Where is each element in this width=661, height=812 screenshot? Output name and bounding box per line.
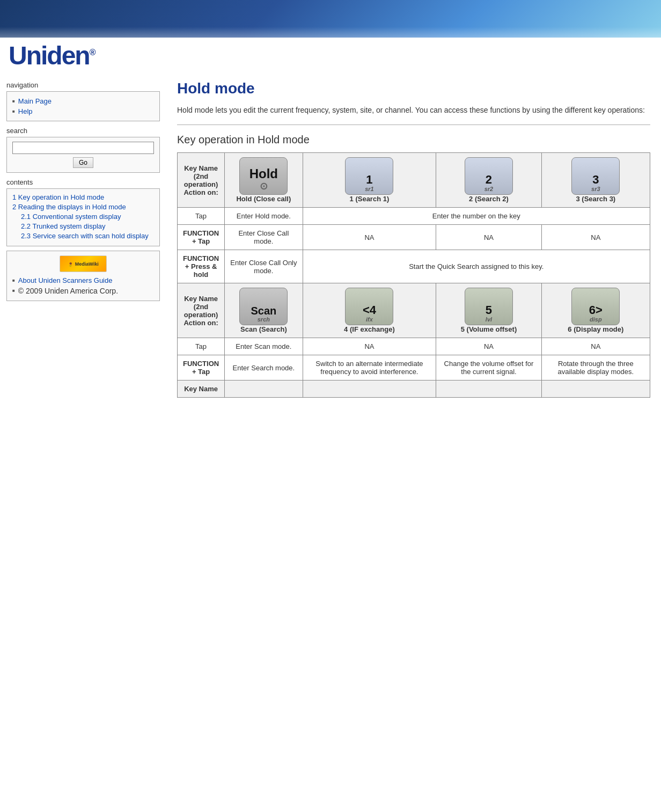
key3-main: 3 — [592, 174, 599, 186]
key-operations-table: Key Name(2ndoperation)Action on: Hold ⊙ … — [177, 152, 650, 398]
last-row-col4 — [541, 381, 650, 398]
search-label: search — [6, 127, 160, 135]
col-header-key-name-2: Key Name(2ndoperation)Action on: — [178, 283, 225, 338]
tap-label-2: Tap — [178, 338, 225, 355]
key2-sub: sr2 — [484, 186, 494, 192]
scan-key-button: Scan srch — [239, 288, 288, 325]
tap-5-action: NA — [436, 338, 541, 355]
contents-link-2[interactable]: 2 Reading the displays in Hold mode — [12, 203, 126, 211]
key5-main: 5 — [486, 304, 492, 316]
fn-hold-hold-action: Enter Close Call Only mode. — [225, 250, 303, 283]
about-link[interactable]: About Uniden Scanners Guide — [18, 276, 113, 284]
logo: Uniden® — [9, 43, 652, 69]
col-header-key-name: Key Name(2ndoperation)Action on: — [178, 153, 225, 208]
last-row-col3 — [436, 381, 541, 398]
scan-key-main: Scan — [251, 305, 276, 316]
key3-action-label: 3 (Search 3) — [576, 195, 615, 203]
key4-button: <4 ifx — [345, 288, 393, 325]
contents-link-2-1[interactable]: 2.1 Conventional system display — [21, 213, 121, 221]
key5-button: 5 lvl — [465, 288, 513, 325]
navigation-label: navigation — [6, 81, 160, 89]
hold-key-main: Hold — [249, 167, 278, 180]
logo-area: Uniden® — [0, 38, 661, 71]
tap-6-action: NA — [541, 338, 650, 355]
contents-link-2-2[interactable]: 2.2 Trunked system display — [21, 222, 106, 230]
mediawiki-logo-img: 🌻 MediaWiki — [60, 255, 107, 272]
fn-tap-hold-action: Enter Close Call mode. — [225, 225, 303, 250]
key1-button: 1 sr1 — [345, 157, 393, 195]
main-page-link[interactable]: Main Page — [18, 97, 52, 105]
fn-tap-scan-action: Enter Search mode. — [225, 355, 303, 381]
page-title: Hold mode — [177, 80, 650, 97]
search-box: Go — [6, 137, 160, 173]
intro-text: Hold mode lets you edit the current freq… — [177, 105, 650, 116]
contents-link-1[interactable]: 1 Key operation in Hold mode — [12, 193, 104, 201]
key6-button: 6> disp — [571, 288, 620, 325]
footer-nav-item-1[interactable]: About Uniden Scanners Guide — [12, 275, 154, 286]
key6-sub: disp — [590, 316, 602, 323]
contents-item-1[interactable]: 1 Key operation in Hold mode — [12, 193, 154, 201]
scan-action-label: Scan (Search) — [240, 325, 287, 333]
key2-action-label: 2 (Search 2) — [469, 195, 509, 203]
col-1-btn-cell: 1 sr1 1 (Search 1) — [303, 153, 436, 208]
key2-button: 2 sr2 — [465, 157, 513, 195]
hold-action-label: Hold (Close call) — [236, 195, 291, 203]
key5-action-label: 5 (Volume offset) — [461, 325, 517, 333]
fn-tap-label-2: FUNCTION+ Tap — [178, 355, 225, 381]
key2-main: 2 — [486, 174, 492, 186]
fn-tap-4-action: Switch to an alternate intermediate freq… — [303, 355, 436, 381]
logo-text: Uniden — [9, 41, 90, 70]
contents-item-2[interactable]: 2 Reading the displays in Hold mode — [12, 203, 154, 211]
tap-label-1: Tap — [178, 208, 225, 225]
mediawiki-logo-area: 🌻 MediaWiki — [12, 255, 154, 272]
table-row-tap-2: Tap Enter Scan mode. NA NA NA — [178, 338, 650, 355]
col-scan-btn-cell: Scan srch Scan (Search) — [225, 283, 303, 338]
search-input[interactable] — [12, 142, 154, 154]
key1-sub: sr1 — [365, 186, 374, 192]
key-name-label: Key Name(2ndoperation)Action on: — [183, 164, 218, 196]
footer-box: 🌻 MediaWiki About Uniden Scanners Guide … — [6, 251, 160, 301]
fn-hold-num-action: Start the Quick Search assigned to this … — [303, 250, 650, 283]
fn-tap-1-action: NA — [303, 225, 436, 250]
table-header-row-2: Key Name(2ndoperation)Action on: Scan sr… — [178, 283, 650, 338]
last-row-col2 — [303, 381, 436, 398]
key1-main: 1 — [366, 174, 372, 186]
logo-reg: ® — [90, 48, 95, 57]
col-4-btn-cell: <4 ifx 4 (IF exchange) — [303, 283, 436, 338]
page-layout: navigation Main Page Help search Go cont… — [0, 71, 661, 406]
key4-action-label: 4 (IF exchange) — [344, 325, 395, 333]
fn-tap-label-1: FUNCTION+ Tap — [178, 225, 225, 250]
contents-label: contents — [6, 178, 160, 186]
search-button[interactable]: Go — [73, 157, 93, 168]
key6-main: 6> — [589, 304, 603, 316]
navigation-box: Main Page Help — [6, 91, 160, 121]
key6-action-label: 6 (Display mode) — [568, 325, 623, 333]
nav-item-main[interactable]: Main Page — [12, 96, 154, 106]
col-5-btn-cell: 5 lvl 5 (Volume offset) — [436, 283, 541, 338]
last-row-key-name: Key Name — [178, 381, 225, 398]
hold-key-button: Hold ⊙ — [239, 157, 288, 195]
fn-tap-5-action: Change the volume offset for the current… — [436, 355, 541, 381]
tap-4-action: NA — [303, 338, 436, 355]
contents-link-2-3[interactable]: 2.3 Service search with scan hold displa… — [21, 232, 149, 240]
key4-sub: ifx — [366, 316, 373, 323]
footer-nav-item-2: © 2009 Uniden America Corp. — [12, 286, 154, 296]
main-content: Hold mode Hold mode lets you edit the cu… — [166, 71, 661, 406]
col-3-btn-cell: 3 sr3 3 (Search 3) — [541, 153, 650, 208]
key3-sub: sr3 — [591, 186, 600, 192]
help-link[interactable]: Help — [18, 107, 33, 115]
tap-hold-action: Enter Hold mode. — [225, 208, 303, 225]
col-6-btn-cell: 6> disp 6 (Display mode) — [541, 283, 650, 338]
table-header-row-1: Key Name(2ndoperation)Action on: Hold ⊙ … — [178, 153, 650, 208]
contents-item-2-1[interactable]: 2.1 Conventional system display — [12, 213, 154, 221]
key5-sub: lvl — [486, 316, 492, 323]
table-row-fn-tap-1: FUNCTION+ Tap Enter Close Call mode. NA … — [178, 225, 650, 250]
nav-item-help[interactable]: Help — [12, 106, 154, 116]
table-row-fn-tap-2: FUNCTION+ Tap Enter Search mode. Switch … — [178, 355, 650, 381]
scan-key-sub: srch — [258, 316, 270, 323]
col-2-btn-cell: 2 sr2 2 (Search 2) — [436, 153, 541, 208]
contents-item-2-2[interactable]: 2.2 Trunked system display — [12, 222, 154, 230]
table-row-fn-hold-1: FUNCTION+ Press &hold Enter Close Call O… — [178, 250, 650, 283]
contents-item-2-3[interactable]: 2.3 Service search with scan hold displa… — [12, 232, 154, 240]
copyright-text: © 2009 Uniden America Corp. — [18, 287, 118, 295]
